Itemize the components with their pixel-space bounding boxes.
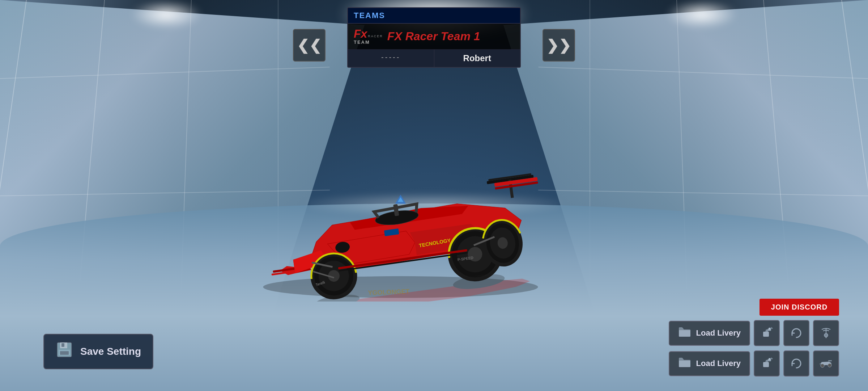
livery-edit-button-1[interactable] — [754, 320, 780, 346]
teams-header-label: TEAMS — [348, 8, 520, 24]
load-livery-button-1[interactable]: Load Livery — [669, 321, 750, 346]
load-livery-button-2[interactable]: Load Livery — [669, 351, 750, 376]
folder-icon-2 — [678, 357, 691, 370]
discord-label: JOIN DISCORD — [771, 303, 827, 311]
svg-rect-41 — [61, 343, 64, 347]
ceiling-light-right — [665, 0, 738, 29]
car-display: TECNOLOGY SF — [245, 150, 589, 303]
load-livery-label-1: Load Livery — [696, 328, 741, 338]
svg-point-57 — [828, 363, 831, 367]
player-row: ----- Robert — [348, 50, 520, 67]
team-name: FX Racer Team 1 — [387, 30, 480, 43]
load-livery-label-2: Load Livery — [696, 359, 741, 368]
join-discord-button[interactable]: JOIN DISCORD — [760, 299, 839, 316]
nav-arrow-left[interactable]: ❮❮ — [293, 29, 326, 62]
ceiling-light-left — [130, 0, 203, 29]
left-arrow-icon: ❮❮ — [297, 37, 322, 54]
svg-rect-51 — [763, 362, 769, 367]
livery-row-1: Load Livery — [669, 320, 839, 346]
player-name: Robert — [434, 50, 520, 67]
svg-text:YGOLONGET: YGOLONGET — [368, 288, 410, 297]
svg-rect-43 — [60, 351, 69, 355]
fx-logo: Fx RACER TEAM — [354, 28, 383, 45]
save-icon — [56, 341, 73, 362]
team-info-row: Fx RACER TEAM FX Racer Team 1 — [348, 24, 520, 50]
svg-rect-58 — [828, 360, 832, 361]
livery-edit-button-2[interactable] — [754, 350, 780, 377]
nav-arrow-right[interactable]: ❯❯ — [542, 29, 575, 62]
right-arrow-icon: ❯❯ — [546, 37, 571, 54]
livery-target-button-1[interactable] — [813, 320, 839, 346]
teams-label-text: TEAMS — [354, 11, 385, 20]
fx-team-label: TEAM — [354, 39, 370, 45]
player-dashes: ----- — [348, 50, 434, 67]
livery-reset-button-2[interactable] — [783, 350, 809, 377]
livery-reset-button-1[interactable] — [783, 320, 809, 346]
teams-panel: TEAMS Fx RACER TEAM FX Racer Team 1 ----… — [347, 7, 521, 68]
save-setting-button[interactable]: Save Setting — [43, 334, 153, 369]
svg-point-56 — [821, 364, 824, 367]
fx-logo-main: Fx — [354, 28, 367, 39]
folder-icon-1 — [678, 327, 691, 340]
controls-panel: JOIN DISCORD Load Livery — [669, 299, 839, 377]
save-label: Save Setting — [80, 346, 141, 357]
livery-car-button-2[interactable] — [813, 350, 839, 377]
svg-rect-44 — [763, 332, 769, 337]
svg-point-50 — [824, 333, 828, 337]
fx-logo-sub: RACER — [368, 34, 383, 38]
livery-row-2: Load Livery — [669, 350, 839, 377]
